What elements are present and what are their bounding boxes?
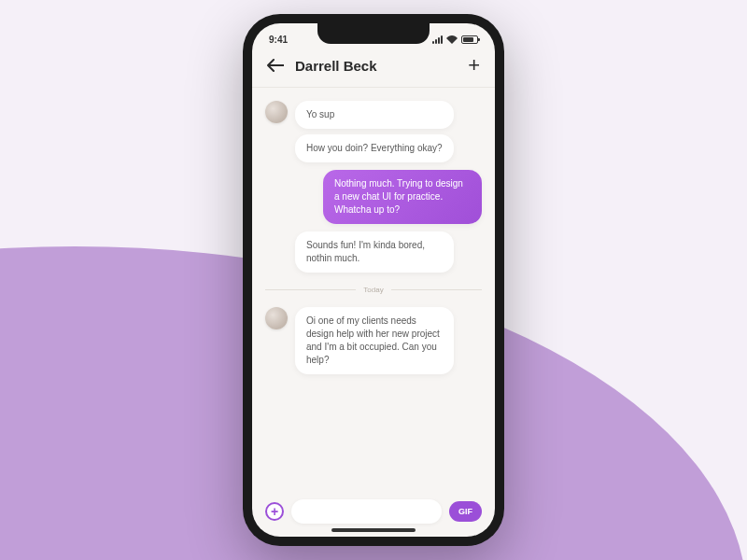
battery-icon (461, 35, 478, 44)
contact-name: Darrell Beck (295, 58, 457, 74)
back-icon[interactable] (267, 59, 284, 72)
wifi-icon (446, 35, 458, 44)
chat-header: Darrell Beck + (252, 48, 495, 88)
home-indicator[interactable] (331, 528, 416, 532)
message-bubble-incoming: Sounds fun! I'm kinda bored, nothin much… (295, 231, 454, 273)
avatar[interactable] (265, 307, 288, 329)
gif-button[interactable]: GIF (449, 501, 482, 522)
message-bubble-incoming: Oi one of my clients needs design help w… (295, 307, 454, 374)
signal-icon (432, 35, 443, 44)
phone-notch (317, 23, 430, 44)
divider-line (265, 289, 356, 290)
status-time: 9:41 (269, 35, 288, 45)
message-group-incoming: Yo sup How you doin? Everything okay? (265, 101, 482, 162)
message-group-incoming: Sounds fun! I'm kinda bored, nothin much… (265, 231, 482, 273)
add-icon[interactable]: + (468, 55, 480, 76)
status-indicators (432, 35, 478, 44)
divider-line (391, 289, 482, 290)
message-list[interactable]: Yo sup How you doin? Everything okay? No… (252, 88, 495, 490)
avatar[interactable] (265, 101, 288, 123)
attach-button[interactable]: + (265, 502, 284, 521)
message-group-outgoing: Nothing much. Trying to design a new cha… (265, 170, 482, 224)
message-input[interactable] (291, 499, 442, 524)
message-bubble-incoming: How you doin? Everything okay? (295, 134, 454, 162)
message-group-incoming: Oi one of my clients needs design help w… (265, 307, 482, 374)
phone-frame: 9:41 Darrell Beck + Yo sup How you doin?… (243, 14, 504, 546)
message-bubble-incoming: Yo sup (295, 101, 454, 129)
date-divider: Today (265, 286, 482, 294)
phone-screen: 9:41 Darrell Beck + Yo sup How you doin?… (252, 23, 495, 537)
divider-label: Today (363, 286, 383, 294)
message-bubble-outgoing: Nothing much. Trying to design a new cha… (323, 170, 482, 224)
